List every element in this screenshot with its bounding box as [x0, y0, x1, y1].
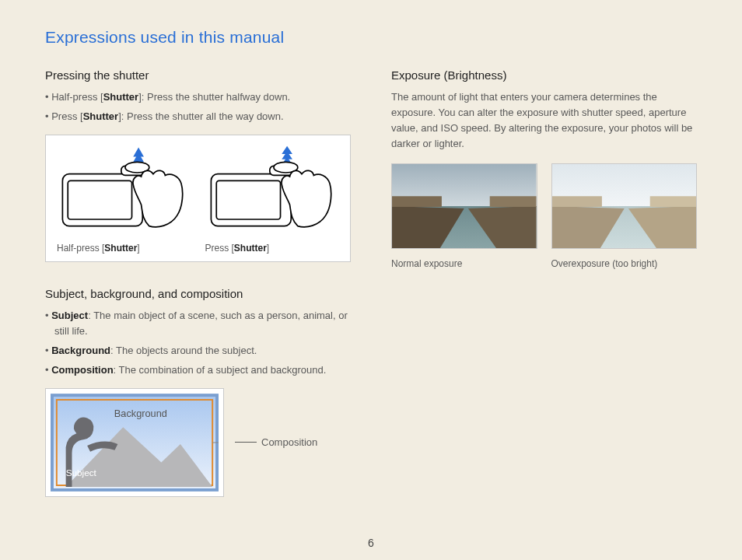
sbc-heading: Subject, background, and composition: [45, 287, 351, 300]
subject-label: Subject: [66, 467, 97, 478]
over-exposure-image: [551, 163, 698, 249]
page-title: Expressions used in this manual: [45, 28, 351, 47]
shutter-half-press: Half-press [Shutter]: [54, 145, 194, 254]
exposure-body: The amount of light that enters your cam…: [391, 89, 697, 152]
left-column: Expressions used in this manual Pressing…: [45, 28, 351, 497]
composition-callout: Composition: [235, 436, 317, 448]
manual-page: Expressions used in this manual Pressing…: [0, 0, 742, 497]
shutter-heading: Pressing the shutter: [45, 68, 351, 82]
composition-image: Background Subject: [45, 388, 224, 497]
sbc-bullet-background: Background: The objects around the subje…: [45, 343, 351, 359]
over-exposure-caption: Overexposure (too bright): [551, 258, 698, 269]
shutter-bullet-2: Press [Shutter]: Press the shutter all t…: [45, 109, 351, 125]
svg-rect-28: [649, 196, 696, 207]
exposure-over: Overexposure (too bright): [551, 163, 698, 269]
shutter-half-caption: Half-press [Shutter]: [54, 243, 140, 254]
svg-rect-3: [68, 180, 131, 219]
camera-half-press-icon: [54, 145, 194, 238]
bg-label: Background: [114, 407, 167, 418]
composition-label: Composition: [261, 436, 317, 448]
svg-rect-21: [392, 196, 442, 207]
svg-rect-10: [216, 180, 280, 219]
exposure-examples: Normal exposure: [391, 163, 697, 269]
shutter-bullets: Half-press [Shutter]: Press the shutter …: [45, 89, 351, 125]
camera-full-press-icon: [202, 145, 343, 238]
sbc-bullet-composition: Composition: The combination of a subjec…: [45, 362, 351, 379]
sbc-bullets: Subject: The main object of a scene, suc…: [45, 308, 351, 379]
callout-line: [235, 442, 257, 443]
shutter-bullet-1: Half-press [Shutter]: Press the shutter …: [45, 89, 351, 106]
page-number: 6: [0, 537, 742, 549]
shutter-full-press: Press [Shutter]: [202, 145, 343, 254]
sbc-bullet-subject: Subject: The main object of a scene, suc…: [45, 308, 351, 341]
normal-exposure-image: [391, 163, 537, 249]
normal-exposure-caption: Normal exposure: [391, 258, 537, 269]
shutter-figure: Half-press [Shutter] Press [Shutter]: [45, 135, 351, 262]
shutter-full-caption: Press [Shutter]: [202, 243, 270, 254]
composition-figure: Background Subject Composition: [45, 388, 351, 497]
svg-rect-27: [552, 196, 602, 207]
svg-rect-22: [490, 196, 537, 207]
exposure-heading: Exposure (Brightness): [391, 68, 697, 82]
right-column: Exposure (Brightness) The amount of ligh…: [391, 28, 697, 497]
exposure-normal: Normal exposure: [391, 163, 537, 269]
